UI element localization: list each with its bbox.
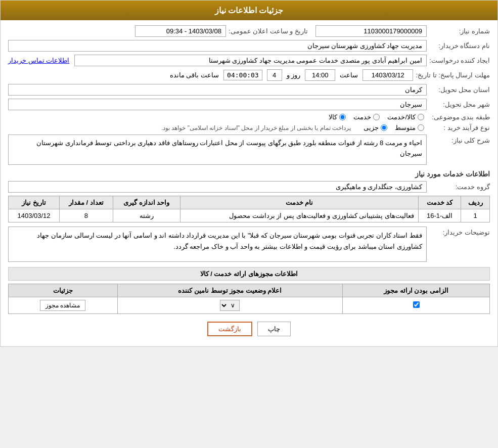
- service-group-label: گروه خدمت:: [429, 183, 490, 191]
- process-medium-label: متوسط: [395, 124, 416, 131]
- process-medium-radio[interactable]: [418, 124, 424, 131]
- permit-status-cell: ∨: [117, 297, 343, 314]
- process-notice: پرداخت تمام یا بخشی از مبلغ خریدار از مح…: [161, 124, 351, 131]
- city-value: سیرجان: [8, 99, 427, 110]
- creator-value: امین ابراهیم آبادی پور متصدی خدمات عمومی…: [74, 55, 427, 66]
- need-desc-label: شرح کلی نیاز:: [429, 137, 490, 144]
- page-title: جزئیات اطلاعات نیاز: [215, 6, 284, 15]
- permit-status-select[interactable]: ∨: [220, 300, 240, 311]
- creator-label: ایجاد کننده درخواست:: [429, 57, 490, 64]
- buyer-label: نام دستگاه خریدار:: [429, 42, 490, 50]
- response-days: 4: [267, 69, 282, 81]
- category-goods-service-radio[interactable]: [418, 114, 424, 120]
- action-buttons: چاپ بازگشت: [8, 322, 490, 336]
- date-value: 1403/03/08 - 09:34: [135, 25, 226, 37]
- response-date: 1403/03/12: [363, 69, 413, 81]
- permit-details-cell: مشاهده مجوز: [9, 297, 118, 314]
- process-part-item: جزیی: [364, 124, 387, 131]
- th-code: کد خدمت: [418, 196, 461, 209]
- province-value: کرمان: [8, 84, 427, 96]
- category-radio-group: کالا/خدمت خدمت کالا: [329, 113, 424, 121]
- td-unit: رشته: [113, 209, 180, 222]
- need-number-value: 1103000179000009: [315, 25, 427, 37]
- page-header: جزئیات اطلاعات نیاز: [1, 1, 497, 20]
- category-goods-label: کالا: [329, 113, 337, 121]
- th-details: جزئیات: [9, 284, 118, 297]
- date-label: تاریخ و ساعت اعلان عمومی:: [229, 27, 308, 35]
- category-goods-service-label: کالا/خدمت: [387, 113, 416, 121]
- th-status: اعلام وضعیت مجوز توسط نامین کننده: [117, 284, 343, 297]
- process-radio-group: متوسط جزیی: [364, 124, 424, 131]
- response-label: مهلت ارسال پاسخ: تا تاریخ:: [416, 71, 490, 79]
- category-service-radio[interactable]: [373, 114, 380, 120]
- buyer-notes-label: توضیحات خریدار:: [429, 229, 490, 236]
- td-row: 1: [461, 209, 490, 222]
- permits-table: الزامی بودن ارائه مجوز اعلام وضعیت مجوز …: [8, 284, 490, 314]
- city-row: شهر محل تحویل: سیرجان: [8, 99, 490, 110]
- td-date: 1403/03/12: [9, 209, 60, 222]
- back-button[interactable]: بازگشت: [207, 322, 252, 336]
- need-desc-section: شرح کلی نیاز: احیاء و مرمت 8 رشته از قنو…: [8, 135, 490, 165]
- print-button[interactable]: چاپ: [257, 322, 291, 336]
- permits-section-title: اطلاعات مجوزهای ارائه خدمت / کالا: [8, 267, 490, 281]
- need-number-label: شماره نیاز:: [429, 27, 490, 35]
- category-goods-radio[interactable]: [339, 114, 346, 120]
- response-remain-label: ساعت باقی مانده: [170, 71, 219, 79]
- response-time: 14:00: [305, 69, 335, 81]
- category-service-label: خدمت: [353, 113, 371, 121]
- permit-required-cell: [343, 297, 490, 314]
- buyer-value: مدیریت جهاد کشاورزی شهرستان سیرجان: [8, 40, 427, 52]
- city-label: شهر محل تحویل:: [429, 101, 490, 108]
- th-date: تاریخ نیاز: [9, 196, 60, 209]
- creator-row: ایجاد کننده درخواست: امین ابراهیم آبادی …: [8, 55, 490, 66]
- process-part-radio[interactable]: [381, 124, 387, 131]
- response-day-label: روز و: [287, 71, 301, 79]
- services-table: ردیف کد خدمت نام خدمت واحد اندازه گیری ت…: [8, 196, 490, 222]
- buyer-row: نام دستگاه خریدار: مدیریت جهاد کشاورزی ش…: [8, 40, 490, 52]
- service-group-value: کشاورزی، جنگلداری و ماهیگیری: [8, 181, 427, 193]
- process-row: نوع فرآیند خرید : متوسط جزیی پرداخت تمام…: [8, 124, 490, 131]
- permit-required-checkbox[interactable]: [413, 301, 420, 308]
- service-group-row: گروه خدمت: کشاورزی، جنگلداری و ماهیگیری: [8, 181, 490, 193]
- response-row: مهلت ارسال پاسخ: تا تاریخ: 1403/03/12 سا…: [8, 69, 490, 81]
- page-wrapper: جزئیات اطلاعات نیاز شماره نیاز: 11030001…: [0, 0, 498, 347]
- process-part-label: جزیی: [364, 124, 379, 131]
- main-content: شماره نیاز: 1103000179000009 تاریخ و ساع…: [1, 20, 497, 346]
- contact-link[interactable]: اطلاعات تماس خریدار: [8, 57, 69, 64]
- need-number-row: شماره نیاز: 1103000179000009 تاریخ و ساع…: [8, 25, 490, 37]
- category-goods-service-item: کالا/خدمت: [387, 113, 424, 121]
- services-title: اطلاعات خدمات مورد نیاز: [8, 170, 490, 178]
- table-row: 1 الف-1-16 فعالیت‌های پشتیبانی کشاورزی و…: [9, 209, 490, 222]
- province-row: استان محل تحویل: کرمان: [8, 84, 490, 96]
- td-code: الف-1-16: [418, 209, 461, 222]
- province-label: استان محل تحویل:: [429, 86, 490, 94]
- need-desc-value: احیاء و مرمت 8 رشته از قنوات منطقه بلورد…: [8, 135, 427, 165]
- th-quantity: تعداد / مقدار: [60, 196, 113, 209]
- buyer-notes-value: فقط استاد کاران تجربی قنوات بومی شهرستان…: [8, 227, 427, 262]
- response-time-label: ساعت: [340, 71, 358, 79]
- buyer-notes-section: توضیحات خریدار: فقط استاد کاران تجربی قن…: [8, 227, 490, 262]
- response-remain: 04:00:03: [223, 70, 262, 80]
- view-permit-button[interactable]: مشاهده مجوز: [40, 300, 85, 311]
- th-required: الزامی بودن ارائه مجوز: [343, 284, 490, 297]
- category-goods-item: کالا: [329, 113, 346, 121]
- category-service-item: خدمت: [353, 113, 380, 121]
- th-unit: واحد اندازه گیری: [113, 196, 180, 209]
- th-name: نام خدمت: [180, 196, 418, 209]
- td-quantity: 8: [60, 209, 113, 222]
- th-row: ردیف: [461, 196, 490, 209]
- category-label: طبقه بندی موضوعی:: [429, 113, 490, 121]
- category-row: طبقه بندی موضوعی: کالا/خدمت خدمت کالا: [8, 113, 490, 121]
- permit-row: ∨ مشاهده مجوز: [9, 297, 490, 314]
- process-medium-item: متوسط: [395, 124, 424, 131]
- process-label: نوع فرآیند خرید :: [429, 124, 490, 131]
- td-name: فعالیت‌های پشتیبانی کشاورزی و فعالیت‌های…: [180, 209, 418, 222]
